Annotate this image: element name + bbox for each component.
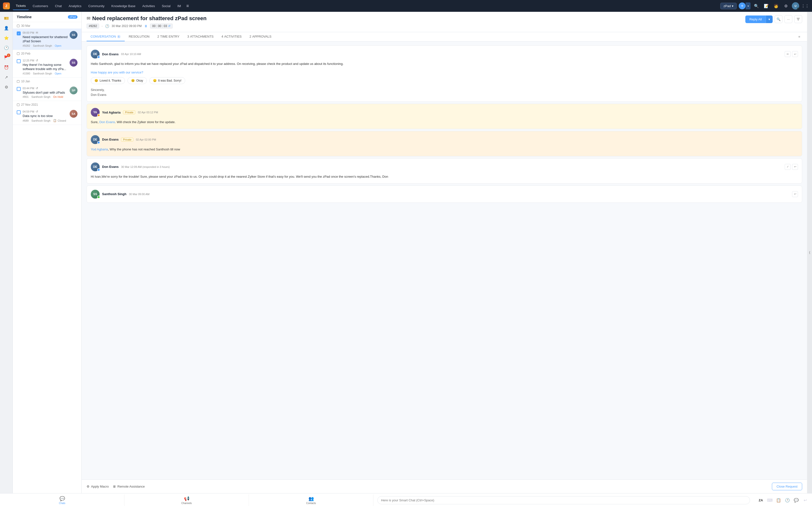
filter-badge[interactable]: zPad xyxy=(68,15,78,19)
ticket-avatar-689: SA xyxy=(69,110,78,118)
sidebar-item-starred[interactable]: ⭐ xyxy=(2,34,11,42)
sidebar-item-history[interactable]: 🕐 xyxy=(2,43,11,52)
filter-icon xyxy=(797,17,800,21)
avatar-container-1: DE xyxy=(91,50,100,58)
apply-macro-button[interactable]: ⚙ Apply Macro xyxy=(87,485,109,488)
ticket-detail-header: ✉ Need replacement for shattered zPad sc… xyxy=(82,12,807,32)
nav-analytics[interactable]: Analytics xyxy=(66,2,84,10)
ticket-content-689: 04:59 PM ↺ Data sync is too slow #689 · … xyxy=(22,110,68,122)
clipboard-icon[interactable]: 📋 xyxy=(775,496,782,504)
feedback-okay-button[interactable]: 😐 Okay xyxy=(128,77,147,84)
msg-time-2: 02 Apr 03:12 PM xyxy=(138,111,158,114)
zpad-selector[interactable]: zPad ▾ xyxy=(720,3,737,9)
refresh-icon-2: ↺ xyxy=(36,87,38,90)
mention-link-don[interactable]: Don Evans xyxy=(99,120,115,124)
nav-more-icon[interactable]: ≡ xyxy=(185,3,191,9)
translate-icon[interactable]: ZA xyxy=(757,496,765,504)
ticket-checkbox-1580[interactable] xyxy=(17,59,21,63)
msg-time-1: 03 Apr 10:10 AM xyxy=(121,53,141,56)
sidebar-item-settings[interactable]: ⚙ xyxy=(2,82,11,92)
ticket-item-1580[interactable]: 12:25 PM ↺ Hey there! I'm having some so… xyxy=(13,56,82,78)
user-avatar[interactable]: U xyxy=(792,2,799,10)
ticket-num-3: #801 xyxy=(22,95,29,98)
collapse-panel-button[interactable]: ⟨ xyxy=(807,12,812,493)
msg-body-3: Yod Agbaria, Why the phone has not reach… xyxy=(91,147,798,152)
time-icon: 🕐 xyxy=(105,24,109,28)
timeline-title: Timeline xyxy=(17,15,32,19)
remote-assistance-button[interactable]: 🖥 Remote Assistance xyxy=(113,485,145,488)
add-button[interactable]: + xyxy=(739,2,746,9)
ticket-checkbox-689[interactable] xyxy=(17,110,21,114)
reply-all-button[interactable]: Reply All xyxy=(745,15,766,23)
nav-im[interactable]: IM xyxy=(174,2,184,10)
reply-icon-5[interactable]: ↩ xyxy=(792,191,798,197)
macro-icon: ⚙ xyxy=(87,485,90,488)
mention-link-yod[interactable]: Yod Agbaria xyxy=(91,148,108,151)
tabs-more-button[interactable]: ≡ xyxy=(796,32,802,41)
close-request-button[interactable]: Close Request xyxy=(772,483,802,490)
bottom-nav-channels[interactable]: 📢 Channels xyxy=(124,495,249,506)
calendar-icon xyxy=(17,24,20,27)
msg-actions-1: ✏ ↩ xyxy=(785,51,798,57)
bottom-nav-chats[interactable]: 💬 Chats xyxy=(0,495,124,506)
refresh-timer-icon[interactable]: ↺ xyxy=(168,24,170,28)
compose-icon[interactable]: 📝 xyxy=(762,2,770,10)
settings-icon[interactable]: ⚙ xyxy=(782,2,790,10)
nav-activities[interactable]: Activities xyxy=(139,2,158,10)
search-icon[interactable]: 🔍 xyxy=(753,2,760,10)
ticket-item-9282[interactable]: 09:00 PM ✉ Need replacement for shattere… xyxy=(13,29,82,50)
bottom-nav-contacts[interactable]: 👥 Contacts xyxy=(249,495,373,506)
tab-approvals[interactable]: 2 APPROVALS xyxy=(246,32,275,41)
more-options-button[interactable]: ··· xyxy=(784,15,792,23)
ticket-header-info: ✉ Need replacement for shattered zPad sc… xyxy=(87,15,207,29)
ticket-item-689[interactable]: 04:59 PM ↺ Data sync is too slow #689 · … xyxy=(13,107,82,125)
reply-all-dropdown[interactable]: ▾ xyxy=(766,15,773,23)
filter-button[interactable] xyxy=(794,15,802,23)
edit-icon[interactable]: ✏ xyxy=(785,51,791,57)
ticket-time-2: 12:25 PM xyxy=(22,59,34,62)
reply-icon-1[interactable]: ↩ xyxy=(792,51,798,57)
nav-customers[interactable]: Customers xyxy=(30,2,51,10)
sidebar-item-tickets[interactable]: 🎫 xyxy=(2,14,11,22)
feedback-loved-button[interactable]: 😊 Loved it. Thanks xyxy=(91,77,125,84)
sidebar-item-customers[interactable]: 👤 xyxy=(2,23,11,33)
nav-chat[interactable]: Chat xyxy=(52,2,65,10)
reply-toolbar-icon[interactable]: ↩ xyxy=(801,496,809,504)
feedback-bad-button[interactable]: 😞 It was Bad. Sorry! xyxy=(149,77,185,84)
agent-icon[interactable]: 🧑 xyxy=(772,2,780,10)
calendar-icon-2 xyxy=(17,52,20,55)
tab-time-entry[interactable]: 2 TIME ENTRY xyxy=(153,32,184,41)
search-ticket-button[interactable]: 🔍 xyxy=(775,15,782,23)
ticket-checkbox-9282[interactable] xyxy=(17,32,21,36)
tab-conversation[interactable]: CONVERSATION 6 xyxy=(87,32,125,41)
keyboard-icon[interactable]: ⌨ xyxy=(766,496,774,504)
timer-icon[interactable]: 🕐 xyxy=(783,496,791,504)
remote-icon: 🖥 xyxy=(113,485,116,488)
message-card-1: DE Don Evans 03 Apr 10:10 AM ✏ ↩ Hello S… xyxy=(87,46,802,102)
add-dropdown[interactable]: ▾ xyxy=(746,2,751,9)
ticket-avatar-801: SP xyxy=(69,87,78,94)
ticket-item-801[interactable]: 03:44 PM ↺ Styluses don't pair with zPad… xyxy=(13,84,82,101)
sidebar-item-flagged[interactable]: 🚩 2 xyxy=(2,53,11,62)
private-badge-2: Private xyxy=(121,137,133,142)
nav-tickets[interactable]: Tickets xyxy=(13,2,29,10)
ticket-status-icon-closed: 📋 xyxy=(53,119,57,122)
chat-bubble-icon[interactable]: 💬 xyxy=(792,496,800,504)
msg-actions-4: ✓ ↩ xyxy=(785,164,798,170)
message-header-3: DE Don Evans Private 02 Apr 02:00 PM xyxy=(91,135,798,144)
ticket-content-801: 03:44 PM ↺ Styluses don't pair with zPad… xyxy=(22,87,68,99)
nav-social[interactable]: Social xyxy=(159,2,173,10)
ticket-avatar-1580: SS xyxy=(69,59,78,67)
tab-resolution[interactable]: RESOLUTION xyxy=(125,32,153,41)
ticket-checkbox-801[interactable] xyxy=(17,87,21,91)
reply-icon-4[interactable]: ↩ xyxy=(792,164,798,170)
check-icon[interactable]: ✓ xyxy=(785,164,791,170)
smart-chat-input[interactable] xyxy=(377,496,750,504)
nav-community[interactable]: Community xyxy=(85,2,107,10)
nav-knowledge-base[interactable]: Knowledge Base xyxy=(108,2,139,10)
apps-icon[interactable]: ⋮⋮ xyxy=(801,2,809,10)
tab-attachments[interactable]: 3 ATTACHMENTS xyxy=(183,32,217,41)
sidebar-item-share[interactable]: ↗ xyxy=(2,73,11,81)
tab-activities[interactable]: 4 ACTIVITIES xyxy=(217,32,246,41)
sidebar-item-clock[interactable]: ⏰ xyxy=(2,63,11,72)
